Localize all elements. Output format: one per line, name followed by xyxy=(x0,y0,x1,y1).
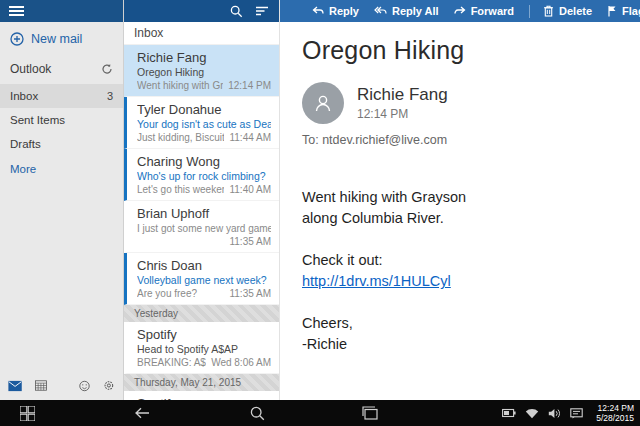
new-mail-label: New mail xyxy=(31,32,82,46)
message-time: 11:44 AM xyxy=(229,131,271,144)
message-sender: Brian Uphoff xyxy=(137,206,271,222)
flag-button[interactable]: Flag xyxy=(607,5,640,17)
message-time: 12:14 PM xyxy=(228,79,271,92)
sidebar-item-sent-items[interactable]: Sent Items xyxy=(0,108,123,132)
message-time: 11:40 AM xyxy=(229,183,271,196)
reading-content: Oregon Hiking Richie Fang 12:14 PM To: n… xyxy=(280,22,640,400)
sent-time: 12:14 PM xyxy=(357,107,448,121)
reply-button[interactable]: Reply xyxy=(312,5,359,17)
clock-time: 12:24 PM xyxy=(596,403,634,413)
sidebar: New mail Outlook Inbox 3 Sent Items Draf… xyxy=(0,0,124,400)
forward-button[interactable]: Forward xyxy=(454,5,514,17)
delete-icon xyxy=(543,5,554,17)
start-icon[interactable] xyxy=(12,406,42,421)
plus-circle-icon xyxy=(10,32,24,46)
action-center-icon[interactable] xyxy=(570,408,583,419)
message-subject: Oregon Hiking xyxy=(137,66,271,79)
sender-avatar[interactable] xyxy=(302,82,344,124)
settings-gear-icon[interactable] xyxy=(103,378,115,393)
filter-icon[interactable] xyxy=(255,5,269,17)
message-subject: Who's up for rock climbing? xyxy=(137,170,271,183)
taskbar-clock[interactable]: 12:24 PM 5/28/2015 xyxy=(596,403,634,423)
reply-icon xyxy=(312,6,324,16)
message-item-spotify-2[interactable]: Spotify Party on with $0.99 Premium Prem… xyxy=(124,391,279,400)
reply-all-icon xyxy=(374,6,387,16)
body-line: Went hiking with Grayson xyxy=(302,187,640,208)
task-view-icon[interactable] xyxy=(354,406,384,420)
message-preview: Are you free? xyxy=(137,287,224,300)
message-sender: Tyler Donahue xyxy=(137,102,271,118)
reading-pane: Reply Reply All Forward xyxy=(280,0,640,400)
message-preview: Just kidding, Biscuit is your friend xyxy=(137,131,224,144)
message-item-chris-doan[interactable]: Chris Doan Volleyball game next week? Ar… xyxy=(124,253,279,305)
folder-label: Sent Items xyxy=(10,114,65,126)
message-sender: Richie Fang xyxy=(137,50,271,66)
message-preview: Let's go this weekend! There's sor xyxy=(137,183,224,196)
wifi-icon[interactable] xyxy=(525,408,539,419)
message-preview: BREAKING: A$AP Rocky's bra xyxy=(137,356,206,369)
calendar-icon[interactable] xyxy=(35,379,47,392)
folder-label: Inbox xyxy=(10,90,38,102)
body-line: -Richie xyxy=(302,334,640,355)
hamburger-menu-icon[interactable] xyxy=(9,6,24,16)
message-preview: Went hiking with Grayson along C xyxy=(137,79,223,92)
sidebar-bottom-icons xyxy=(0,378,123,400)
sidebar-item-inbox[interactable]: Inbox 3 xyxy=(0,84,123,108)
onedrive-link[interactable]: http://1drv.ms/1HULCyl xyxy=(302,273,451,289)
group-header-thursday: Thursday, May 21, 2015 xyxy=(124,374,279,391)
volume-icon[interactable] xyxy=(548,408,561,419)
sender-name: Richie Fang xyxy=(357,85,448,105)
body-line: Check it out: xyxy=(302,250,640,271)
inbox-unread-count: 3 xyxy=(107,90,113,102)
message-time: 11:35 AM xyxy=(229,235,271,248)
email-body: Went hiking with Grayson along Columbia … xyxy=(302,187,640,355)
toolbar-divider xyxy=(529,5,530,18)
email-meta: Richie Fang 12:14 PM xyxy=(302,82,640,124)
message-list: Richie Fang Oregon Hiking Went hiking wi… xyxy=(124,45,279,400)
message-item-charing-wong[interactable]: Charing Wong Who's up for rock climbing?… xyxy=(124,149,279,201)
message-sender: Spotify xyxy=(137,327,271,343)
search-icon[interactable] xyxy=(242,406,272,421)
body-line: along Columbia River. xyxy=(302,208,640,229)
recipient-line: To: ntdev.richief@live.com xyxy=(302,133,640,147)
message-sender: Spotify xyxy=(137,396,271,400)
new-mail-button[interactable]: New mail xyxy=(0,22,123,54)
mail-icon[interactable] xyxy=(8,379,22,393)
message-item-brian-uphoff[interactable]: Brian Uphoff I just got some new yard ga… xyxy=(124,201,279,253)
person-icon xyxy=(312,92,334,114)
mail-app-window: New mail Outlook Inbox 3 Sent Items Draf… xyxy=(0,0,640,400)
message-list-pane: Inbox Richie Fang Oregon Hiking Went hik… xyxy=(124,0,280,400)
reply-all-button[interactable]: Reply All xyxy=(374,5,439,17)
message-time: 11:35 AM xyxy=(229,287,271,300)
sidebar-item-drafts[interactable]: Drafts xyxy=(0,132,123,156)
system-tray: 12:24 PM 5/28/2015 xyxy=(502,403,640,423)
folder-label: Drafts xyxy=(10,138,41,150)
windows-taskbar: 12:24 PM 5/28/2015 xyxy=(0,400,640,426)
message-sender: Charing Wong xyxy=(137,154,271,170)
message-subject: Your dog isn't as cute as Deana's xyxy=(137,118,271,131)
account-label: Outlook xyxy=(10,62,51,76)
flag-icon xyxy=(607,5,617,17)
account-row[interactable]: Outlook xyxy=(0,54,123,84)
search-icon[interactable] xyxy=(230,5,243,18)
message-subject: Head to Spotify A$AP xyxy=(137,343,271,356)
group-header-yesterday: Yesterday xyxy=(124,305,279,322)
message-sender: Chris Doan xyxy=(137,258,271,274)
reading-toolbar: Reply Reply All Forward xyxy=(280,0,640,22)
message-list-title: Inbox xyxy=(124,22,279,45)
message-item-tyler-donahue[interactable]: Tyler Donahue Your dog isn't as cute as … xyxy=(124,97,279,149)
feedback-smiley-icon[interactable] xyxy=(79,379,90,393)
delete-button[interactable]: Delete xyxy=(543,5,592,17)
battery-icon[interactable] xyxy=(502,408,516,418)
forward-icon xyxy=(454,6,466,16)
back-icon[interactable] xyxy=(127,407,157,419)
message-preview: I just got some new yard games t xyxy=(137,222,271,235)
sync-refresh-icon[interactable] xyxy=(101,63,113,75)
body-line: Cheers, xyxy=(302,313,640,334)
message-time: Wed 8:06 AM xyxy=(211,356,271,369)
message-subject: Volleyball game next week? xyxy=(137,274,271,287)
message-item-richie-fang[interactable]: Richie Fang Oregon Hiking Went hiking wi… xyxy=(124,45,279,97)
sidebar-more-link[interactable]: More xyxy=(0,156,123,182)
sidebar-header xyxy=(0,0,123,22)
message-item-spotify-1[interactable]: Spotify Head to Spotify A$AP BREAKING: A… xyxy=(124,322,279,374)
